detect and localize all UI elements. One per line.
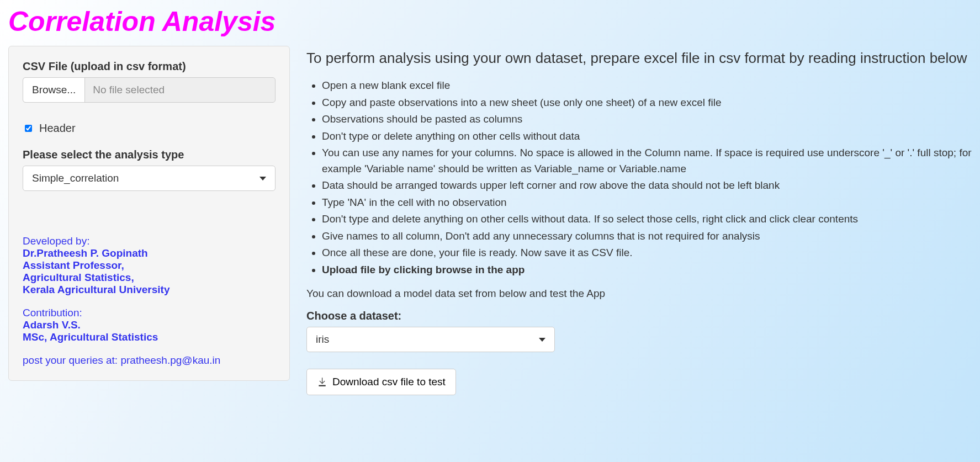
main-panel: To perform analysis using your own datas… [306, 46, 972, 395]
page-title: Correlation Analysis [8, 6, 972, 38]
contributor-role: MSc, Agricultural Statistics [23, 331, 276, 343]
dataset-select[interactable]: iris [306, 327, 555, 352]
download-icon [317, 377, 327, 387]
instruction-item: Give names to all column, Don't add any … [322, 229, 972, 245]
instruction-item: Observations should be pasted as columns [322, 111, 972, 128]
download-note: You can download a model data set from b… [306, 288, 972, 300]
sidebar-panel: CSV File (upload in csv format) Browse..… [8, 46, 290, 381]
analysis-type-value: Simple_correlation [32, 172, 119, 184]
caret-down-icon [539, 338, 545, 342]
credits-block: Developed by: Dr.Pratheesh P. Gopinath A… [23, 235, 276, 367]
instruction-item: You can use any names for your columns. … [322, 145, 972, 177]
instruction-item: Once all these are done, your file is re… [322, 245, 972, 261]
instruction-item: Open a new blank excel file [322, 78, 972, 94]
dataset-value: iris [316, 333, 329, 346]
instruction-item: Data should be arranged towards upper le… [322, 178, 972, 194]
contact-text: post your queries at: pratheesh.pg@kau.i… [23, 354, 276, 367]
author-uni: Kerala Agricultural University [23, 284, 276, 296]
contributor-name: Adarsh V.S. [23, 319, 276, 331]
developed-by-label: Developed by: [23, 235, 276, 247]
instruction-list: Open a new blank excel file Copy and pas… [306, 78, 972, 278]
dataset-label: Choose a dataset: [306, 310, 972, 322]
instruction-item: Copy and paste observations into a new s… [322, 95, 972, 111]
instruction-heading: To perform analysis using your own datas… [306, 49, 972, 68]
author-name: Dr.Pratheesh P. Gopinath [23, 247, 276, 259]
instruction-item: Type 'NA' in the cell with no observatio… [322, 195, 972, 211]
analysis-type-label: Please select the analysis type [23, 148, 276, 161]
caret-down-icon [259, 177, 266, 180]
author-role: Assistant Professor, [23, 259, 276, 272]
svg-rect-0 [319, 385, 325, 386]
download-button[interactable]: Download csv file to test [306, 369, 456, 395]
analysis-type-select[interactable]: Simple_correlation [23, 166, 276, 191]
file-status-text: No file selected [85, 78, 172, 102]
header-checkbox[interactable] [25, 125, 32, 132]
instruction-item: Don't type or delete anything on other c… [322, 129, 972, 145]
browse-button[interactable]: Browse... [23, 78, 85, 102]
file-input[interactable]: Browse... No file selected [23, 77, 276, 103]
instruction-item: Don't type and delete anything on other … [322, 211, 972, 227]
file-upload-label: CSV File (upload in csv format) [23, 60, 276, 73]
download-button-label: Download csv file to test [332, 376, 446, 388]
instruction-item: Upload file by clicking browse in the ap… [322, 262, 972, 278]
contribution-label: Contribution: [23, 307, 276, 319]
author-dept: Agricultural Statistics, [23, 272, 276, 284]
header-checkbox-label: Header [39, 122, 76, 135]
